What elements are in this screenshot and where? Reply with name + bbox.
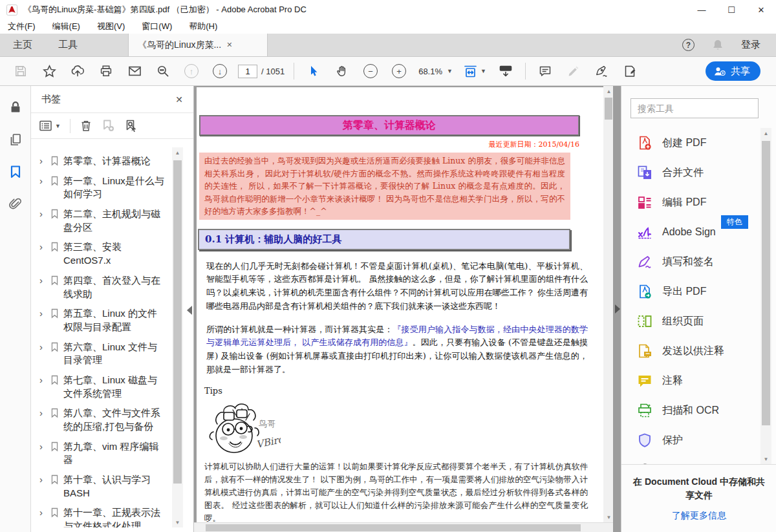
chevron-expand-icon[interactable]: › xyxy=(39,440,46,453)
chevron-expand-icon[interactable]: › xyxy=(39,407,46,420)
scrollbar-thumb[interactable] xyxy=(762,141,770,425)
pdf-page[interactable]: 第零章、计算器概论 最近更新日期：2015/04/16 由过去的经验当中，鸟哥发… xyxy=(197,87,603,522)
tab-tools[interactable]: 工具 xyxy=(45,34,91,56)
bookmark-item[interactable]: › 第零章、计算器概论 xyxy=(31,151,169,171)
bookmark-item[interactable]: › 第五章、Linux 的文件权限与目录配置 xyxy=(31,304,169,337)
help-icon[interactable]: ? xyxy=(682,39,695,51)
previous-page-icon[interactable]: ↑ xyxy=(177,60,206,82)
chevron-expand-icon[interactable]: › xyxy=(39,274,46,287)
collapse-bookmarks-panel-handle[interactable] xyxy=(187,306,192,315)
share-button[interactable]: 共享 xyxy=(706,61,760,81)
zoom-level-dropdown[interactable]: 68.1% ▼ xyxy=(413,67,458,76)
scroll-up-icon[interactable]: ▲ xyxy=(603,86,614,96)
bookmark-item[interactable]: › 第一章、Linux是什么与如何学习 xyxy=(31,171,169,204)
scrollbar-thumb[interactable] xyxy=(173,160,182,484)
menu-help[interactable]: 帮助(H) xyxy=(189,21,217,32)
tool-edit-pdf[interactable]: 编辑 PDF xyxy=(621,187,762,217)
bookmark-item[interactable]: › 第八章、文件与文件系统的压缩,打包与备份 xyxy=(31,403,169,436)
scroll-down-icon[interactable]: ▼ xyxy=(172,517,183,527)
bookmarks-scrollbar[interactable]: ▲ ▼ xyxy=(172,147,183,527)
print-icon[interactable] xyxy=(92,60,120,82)
tool-scan-ocr[interactable]: 扫描和 OCR xyxy=(621,396,762,425)
scroll-up-icon[interactable]: ▲ xyxy=(760,128,771,138)
reading-mode-icon[interactable] xyxy=(491,60,520,82)
collapse-tools-panel-handle[interactable] xyxy=(615,304,620,314)
select-tool-icon[interactable] xyxy=(299,60,328,82)
scroll-down-icon[interactable]: ▼ xyxy=(760,454,771,464)
bookmark-item[interactable]: › 第九章、vim 程序编辑器 xyxy=(31,437,169,470)
bookmark-item[interactable]: › 第二章、主机规划与磁盘分区 xyxy=(31,204,169,237)
cloud-upload-icon[interactable] xyxy=(63,60,92,82)
bookmarks-panel-icon[interactable] xyxy=(7,164,24,180)
zoom-in-icon[interactable]: + xyxy=(385,60,413,82)
bookmarks-close-icon[interactable]: ✕ xyxy=(175,94,183,105)
highlighter-icon[interactable] xyxy=(559,60,588,82)
chevron-expand-icon[interactable]: › xyxy=(39,307,46,320)
search-tools-input[interactable] xyxy=(630,98,759,118)
tool-organize-pages[interactable]: 组织页面 xyxy=(621,306,762,336)
menu-view[interactable]: 视图(V) xyxy=(97,21,125,32)
tool-fill-sign[interactable]: 填写和签名 xyxy=(621,247,762,277)
chevron-expand-icon[interactable]: › xyxy=(39,240,46,253)
comment-icon[interactable] xyxy=(531,60,559,82)
chevron-expand-icon[interactable]: › xyxy=(39,374,46,387)
scrollbar-thumb[interactable] xyxy=(206,524,581,531)
delete-bookmark-trash-icon[interactable] xyxy=(80,119,92,133)
maximize-button[interactable]: ☐ xyxy=(717,0,746,19)
menu-window[interactable]: 窗口(W) xyxy=(142,21,172,32)
scroll-up-icon[interactable]: ▲ xyxy=(172,147,183,158)
email-icon[interactable] xyxy=(120,60,149,82)
chevron-expand-icon[interactable]: › xyxy=(39,341,46,354)
tab-document[interactable]: 《鸟哥的Linux房菜... ✕ xyxy=(128,34,268,56)
bookmark-expand-current-icon[interactable] xyxy=(124,119,138,133)
hand-tool-icon[interactable] xyxy=(328,60,356,82)
tools-panel-scrollbar[interactable]: ▲ ▼ xyxy=(760,128,771,464)
fit-width-icon[interactable]: ▼ xyxy=(458,60,491,82)
tab-home[interactable]: 主页 xyxy=(0,34,45,56)
sign-pen-icon[interactable] xyxy=(588,60,616,82)
document-vertical-scrollbar[interactable]: ▲ ▼ xyxy=(603,86,613,522)
learn-more-link[interactable]: 了解更多信息 xyxy=(632,510,766,522)
add-bookmark-icon[interactable] xyxy=(102,119,115,133)
tool-create-pdf[interactable]: 创建 PDF xyxy=(621,128,762,158)
tool-adobe-sign[interactable]: Adobe Sign 特色 xyxy=(621,217,762,247)
page-thumbnails-icon[interactable] xyxy=(7,131,24,148)
notifications-bell-icon[interactable] xyxy=(711,39,724,52)
tab-close-icon[interactable]: ✕ xyxy=(226,41,232,49)
tool-export-pdf[interactable]: 导出 PDF xyxy=(621,277,762,306)
fill-sign-icon[interactable] xyxy=(616,60,645,82)
bookmark-options-icon[interactable]: ▼ xyxy=(39,120,61,132)
tool-more-tools[interactable]: 更多工具 xyxy=(621,455,762,464)
zoom-out-icon[interactable]: − xyxy=(356,60,385,82)
menu-file[interactable]: 文件(F) xyxy=(8,21,36,32)
chevron-expand-icon[interactable]: › xyxy=(39,473,46,486)
sign-in-link[interactable]: 登录 xyxy=(741,39,760,51)
bookmark-item[interactable]: › 第十一章、正规表示法与文件格式化处理 xyxy=(31,503,169,527)
scroll-down-icon[interactable]: ▼ xyxy=(603,512,614,522)
close-button[interactable]: ✕ xyxy=(746,0,776,19)
attachments-paperclip-icon[interactable] xyxy=(7,196,24,213)
bookmark-item[interactable]: › 第十章、认识与学习 BASH xyxy=(31,470,169,503)
minimize-button[interactable]: — xyxy=(687,0,717,19)
chevron-expand-icon[interactable]: › xyxy=(39,207,46,220)
scrollbar-thumb[interactable] xyxy=(605,98,612,120)
document-horizontal-scrollbar[interactable] xyxy=(194,522,613,532)
chevron-expand-icon[interactable]: › xyxy=(39,175,46,187)
menu-edit[interactable]: 编辑(E) xyxy=(52,21,80,32)
bookmark-item[interactable]: › 第七章、Linux 磁盘与文件系统管理 xyxy=(31,370,169,403)
tool-send-for-comments[interactable]: 发送以供注释 xyxy=(621,336,762,366)
page-number-input[interactable] xyxy=(238,65,257,78)
chevron-expand-icon[interactable]: › xyxy=(39,154,46,167)
tool-combine-files[interactable]: 合并文件 xyxy=(621,158,762,187)
security-lock-icon[interactable] xyxy=(7,99,24,116)
bookmark-item[interactable]: › 第三章、安装 CentOS7.x xyxy=(31,237,169,270)
bookmark-item[interactable]: › 第六章、Linux 文件与目录管理 xyxy=(31,337,169,370)
save-icon[interactable] xyxy=(6,60,35,82)
next-page-icon[interactable]: ↓ xyxy=(206,60,234,82)
tool-comment[interactable]: 注释 xyxy=(621,366,762,396)
tool-protect[interactable]: 保护 xyxy=(621,425,762,455)
star-favorite-icon[interactable] xyxy=(35,60,63,82)
chevron-expand-icon[interactable]: › xyxy=(39,506,46,519)
bookmark-item[interactable]: › 第四章、首次登入与在线求助 xyxy=(31,271,169,304)
search-icon[interactable] xyxy=(149,60,177,82)
